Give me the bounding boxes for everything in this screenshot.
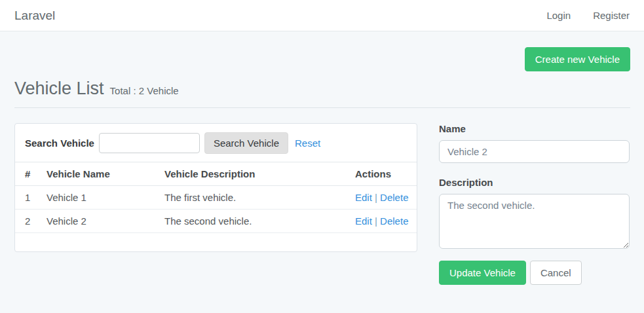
row-vehicle-name: Vehicle 2 <box>41 210 159 233</box>
navbar-links: Login Register <box>546 10 630 21</box>
row-num: 2 <box>15 210 41 233</box>
navbar: Laravel Login Register <box>0 0 644 31</box>
page-head: Vehicle List Total : 2 Vehicle <box>14 79 630 99</box>
edit-vehicle-form: Name Description The second vehicle. Upd… <box>439 123 630 285</box>
update-vehicle-button[interactable]: Update Vehicle <box>439 261 526 285</box>
login-link[interactable]: Login <box>546 10 571 21</box>
description-field[interactable]: The second vehicle. <box>439 194 630 249</box>
create-vehicle-button[interactable]: Create new Vehicle <box>525 47 630 71</box>
cancel-button[interactable]: Cancel <box>530 261 582 285</box>
form-buttons: Update Vehicle Cancel <box>439 261 630 285</box>
link-separator: | <box>375 192 377 203</box>
page-title: Vehicle List <box>14 79 104 99</box>
register-link[interactable]: Register <box>593 10 630 21</box>
search-button[interactable]: Search Vehicle <box>204 132 288 154</box>
reset-link[interactable]: Reset <box>295 138 320 149</box>
top-actions: Create new Vehicle <box>14 47 630 71</box>
search-label: Search Vehicle <box>25 138 94 149</box>
page-content: Create new Vehicle Vehicle List Total : … <box>0 31 644 285</box>
row-actions: Edit | Delete <box>350 186 417 210</box>
search-input[interactable] <box>99 133 200 153</box>
row-num: 1 <box>15 186 41 210</box>
table-row: 2 Vehicle 2 The second vehicle. Edit | D… <box>15 210 417 233</box>
delete-link[interactable]: Delete <box>380 215 408 227</box>
delete-link[interactable]: Delete <box>380 192 408 203</box>
row-vehicle-name: Vehicle 1 <box>41 186 159 210</box>
divider <box>14 107 630 108</box>
row-vehicle-description: The second vehicle. <box>159 210 350 233</box>
brand-link[interactable]: Laravel <box>14 9 55 23</box>
header-vehicle-description: Vehicle Description <box>159 162 350 186</box>
table-row: 1 Vehicle 1 The first vehicle. Edit | De… <box>15 186 417 210</box>
search-form: Search Vehicle Search Vehicle Reset <box>15 124 417 162</box>
table-header-row: # Vehicle Name Vehicle Description Actio… <box>15 162 417 186</box>
vehicle-table: # Vehicle Name Vehicle Description Actio… <box>15 162 417 233</box>
edit-link[interactable]: Edit <box>355 215 372 227</box>
name-field[interactable] <box>439 140 630 163</box>
name-label: Name <box>439 123 630 134</box>
header-num: # <box>15 162 41 186</box>
row-actions: Edit | Delete <box>350 210 417 233</box>
header-actions: Actions <box>350 162 417 186</box>
description-label: Description <box>439 177 630 188</box>
link-separator: | <box>375 215 377 227</box>
header-vehicle-name: Vehicle Name <box>41 162 159 186</box>
vehicle-list-card: Search Vehicle Search Vehicle Reset # Ve… <box>14 123 417 252</box>
edit-link[interactable]: Edit <box>355 192 372 203</box>
total-count-text: Total : 2 Vehicle <box>110 85 179 96</box>
row-vehicle-description: The first vehicle. <box>159 186 350 210</box>
